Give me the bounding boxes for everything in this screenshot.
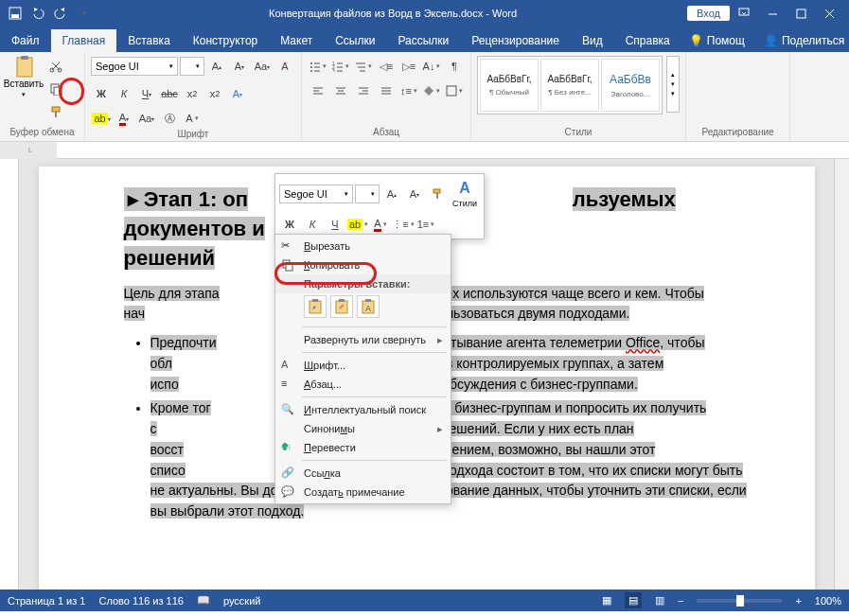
- horizontal-ruler[interactable]: L: [0, 142, 849, 159]
- ribbon-options-icon[interactable]: [737, 7, 751, 20]
- ctx-paragraph[interactable]: ≡Абзац...: [275, 375, 451, 394]
- subscript-button[interactable]: x2: [182, 83, 203, 104]
- ctx-copy[interactable]: Копировать: [275, 255, 451, 274]
- font-name-combo[interactable]: Segoe UI▾: [91, 57, 178, 76]
- sort-button[interactable]: A↓: [421, 56, 442, 77]
- ctx-comment[interactable]: 💬Создать примечание: [275, 483, 451, 502]
- font-size-combo[interactable]: ▾: [180, 57, 204, 76]
- style-no-spacing[interactable]: АаБбВвГг,¶ Без инте...: [540, 59, 599, 112]
- vertical-scrollbar[interactable]: [834, 159, 849, 590]
- superscript-button[interactable]: x2: [204, 83, 225, 104]
- shrink-font-button[interactable]: A▾: [229, 56, 250, 77]
- zoom-level[interactable]: 100%: [815, 595, 841, 607]
- align-right-button[interactable]: [353, 80, 374, 101]
- tab-references[interactable]: Ссылки: [324, 29, 386, 52]
- highlight-button[interactable]: ab▾: [91, 108, 112, 129]
- language-indicator[interactable]: русский: [223, 595, 260, 607]
- web-layout-button[interactable]: ▥: [655, 594, 664, 607]
- borders-button[interactable]: [444, 80, 465, 101]
- vertical-ruler[interactable]: [0, 159, 19, 590]
- mini-underline[interactable]: Ч: [325, 214, 345, 235]
- zoom-out-button[interactable]: −: [678, 595, 683, 607]
- mini-highlight[interactable]: ab: [347, 214, 368, 235]
- paste-keep-source[interactable]: [304, 295, 327, 318]
- word-count[interactable]: Слово 116 из 116: [98, 595, 184, 607]
- ctx-synonyms[interactable]: СинонимыСинонимы: [275, 419, 451, 438]
- redo-icon[interactable]: [53, 6, 68, 21]
- line-spacing-button[interactable]: ↕≡: [398, 80, 419, 101]
- bullets-button[interactable]: [308, 56, 328, 77]
- tab-file[interactable]: Файл: [0, 29, 51, 52]
- mini-numbering[interactable]: 1≡: [416, 214, 436, 235]
- spellcheck-icon[interactable]: 📖: [197, 594, 210, 607]
- close-button[interactable]: [815, 0, 843, 26]
- tab-review[interactable]: Рецензирование: [460, 29, 571, 52]
- zoom-slider[interactable]: [697, 599, 782, 603]
- ctx-cut[interactable]: ✂ВВырезатьырезать: [275, 237, 451, 255]
- save-icon[interactable]: [8, 6, 23, 21]
- ctx-translate[interactable]: 🗣Перевести: [275, 438, 451, 457]
- ctx-expand[interactable]: Развернуть или свернуть: [275, 330, 451, 349]
- undo-icon[interactable]: [30, 6, 45, 21]
- page-indicator[interactable]: Страница 1 из 1: [8, 595, 85, 607]
- read-mode-button[interactable]: ▦: [602, 594, 611, 607]
- show-marks-button[interactable]: ¶: [444, 56, 465, 77]
- numbering-button[interactable]: 123: [330, 56, 351, 77]
- copy-button[interactable]: [45, 79, 66, 99]
- mini-size-combo[interactable]: ▾: [355, 185, 380, 203]
- mini-font-combo[interactable]: Segoe UI▾: [279, 185, 353, 203]
- tab-design[interactable]: Конструктор: [182, 29, 269, 52]
- tab-help[interactable]: Справка: [614, 29, 681, 52]
- text-effects-button[interactable]: A▾: [227, 83, 248, 104]
- font-color-button[interactable]: A▾: [114, 108, 134, 129]
- cut-button[interactable]: [45, 56, 66, 77]
- tell-me[interactable]: 💡Помощ: [681, 29, 752, 52]
- grow-font-button[interactable]: A▴: [206, 56, 227, 77]
- paste-text-only[interactable]: A: [357, 295, 380, 318]
- shading-button[interactable]: [421, 80, 442, 101]
- clear-format-button[interactable]: A⟋: [274, 56, 295, 77]
- print-layout-button[interactable]: ▤: [625, 592, 642, 608]
- justify-button[interactable]: [376, 80, 397, 101]
- align-left-button[interactable]: [308, 80, 328, 101]
- tab-home[interactable]: Главная: [51, 29, 117, 52]
- change-case-button[interactable]: Aa▾: [252, 56, 273, 77]
- zoom-in-button[interactable]: +: [795, 595, 801, 607]
- mini-italic[interactable]: К: [302, 214, 323, 235]
- share-button[interactable]: 👤Поделиться: [756, 29, 849, 52]
- style-normal[interactable]: АаБбВвГг,¶ Обычный: [480, 59, 539, 112]
- mini-grow-font[interactable]: A▴: [381, 184, 402, 204]
- minimize-button[interactable]: [758, 0, 787, 26]
- paste-button[interactable]: Вставить ▾: [6, 56, 42, 100]
- char-shading-button[interactable]: Aa▾: [136, 108, 157, 129]
- tab-mailings[interactable]: Рассылки: [386, 29, 460, 52]
- format-painter-button[interactable]: [45, 101, 66, 122]
- styles-gallery[interactable]: АаБбВвГг,¶ Обычный АаБбВвГг,¶ Без инте..…: [477, 56, 663, 114]
- mini-font-color[interactable]: A: [370, 214, 391, 235]
- enclose-button[interactable]: Ⓐ: [159, 108, 180, 129]
- mini-shrink-font[interactable]: A▾: [404, 184, 425, 204]
- style-heading1[interactable]: АаБбВвЗаголово...: [601, 59, 660, 112]
- mini-styles-button[interactable]: AСтили: [450, 178, 480, 210]
- strike-button[interactable]: abc: [159, 83, 180, 104]
- increase-indent-button[interactable]: ▷≡: [398, 56, 419, 77]
- tab-layout[interactable]: Макет: [269, 29, 324, 52]
- styles-scroll[interactable]: ▴▾▾: [666, 56, 680, 113]
- underline-button[interactable]: Ч▾: [136, 83, 157, 104]
- qat-more-icon[interactable]: [76, 6, 91, 21]
- mini-bullets[interactable]: ⋮≡: [393, 214, 414, 235]
- ctx-link[interactable]: 🔗Ссылка: [275, 464, 451, 483]
- italic-button[interactable]: К: [114, 83, 134, 104]
- mini-bold[interactable]: Ж: [279, 214, 300, 235]
- login-button[interactable]: Вход: [687, 6, 730, 21]
- ctx-smart-lookup[interactable]: 🔍Интеллектуальный поиск: [275, 400, 451, 419]
- tab-view[interactable]: Вид: [571, 29, 614, 52]
- multilevel-button[interactable]: [353, 56, 374, 77]
- paste-merge[interactable]: [330, 295, 353, 318]
- mini-format-painter[interactable]: [427, 184, 448, 204]
- tab-insert[interactable]: Вставка: [116, 29, 182, 52]
- bold-button[interactable]: Ж: [91, 83, 112, 104]
- font-dialog-launcher[interactable]: A: [182, 108, 203, 129]
- align-center-button[interactable]: [330, 80, 351, 101]
- ctx-font[interactable]: AШрифт...: [275, 356, 451, 375]
